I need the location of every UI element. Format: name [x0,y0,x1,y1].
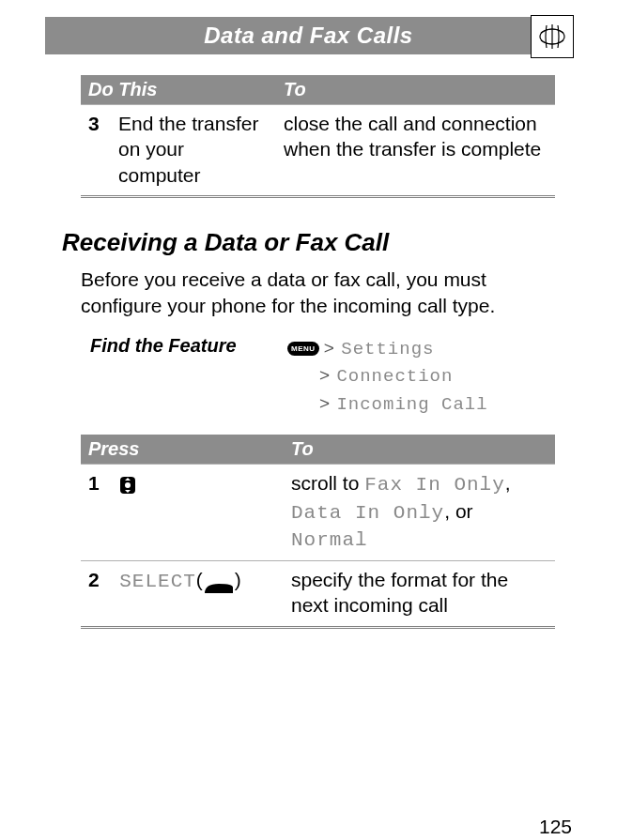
press-cell [112,465,284,561]
data-fax-icon [531,15,574,58]
table-header-row: Press To [81,435,555,465]
option-normal: Normal [291,529,368,551]
col-press-header: Press [81,435,284,465]
to-cell: specify the format for the next incoming… [284,561,555,628]
option-data-in-only: Data In Only [291,502,444,524]
table-header-row: Do This To [81,75,555,105]
softkey-label: SELECT [119,571,196,592]
col-do-header: Do This [81,75,276,105]
step-number: 1 [81,465,112,561]
header-title: Data and Fax Calls [45,17,572,54]
do-cell: End the transfer on your computer [111,105,276,197]
feature-path: MENU > Settings > Connection > Incoming … [287,335,488,419]
do-this-table: Do This To 3 End the transfer on your co… [81,75,555,198]
menu-button-icon: MENU [287,342,319,357]
page-number: 125 [539,816,572,838]
section-intro: Before you receive a data or fax call, y… [81,267,555,320]
step-number: 3 [81,105,111,197]
col-to-header: To [276,75,555,105]
menu-path-incoming-call: Incoming Call [336,394,487,415]
step-number: 2 [81,561,112,628]
nav-key-icon [119,476,136,495]
page-header: Data and Fax Calls [45,17,572,54]
left-softkey-icon [203,575,235,588]
col-to-header: To [284,435,555,465]
table-row: 3 End the transfer on your computer clos… [81,105,555,197]
press-cell: SELECT( ) [112,561,284,628]
svg-point-3 [125,482,131,488]
to-cell: close the call and connection when the t… [276,105,555,197]
menu-path-connection: Connection [336,366,453,387]
find-the-feature: Find the Feature MENU > Settings > Conne… [90,335,555,419]
menu-path-settings: Settings [341,339,434,359]
table-row: 1 scroll to Fax In Only, Data In Only, o… [81,465,555,561]
press-table: Press To 1 scroll to Fax [81,435,555,628]
to-cell: scroll to Fax In Only, Data In Only, or … [284,465,555,561]
table-row: 2 SELECT( ) specify the format for the n… [81,561,555,628]
section-heading: Receiving a Data or Fax Call [62,228,555,257]
find-feature-label: Find the Feature [90,335,287,357]
option-fax-in-only: Fax In Only [364,474,505,496]
